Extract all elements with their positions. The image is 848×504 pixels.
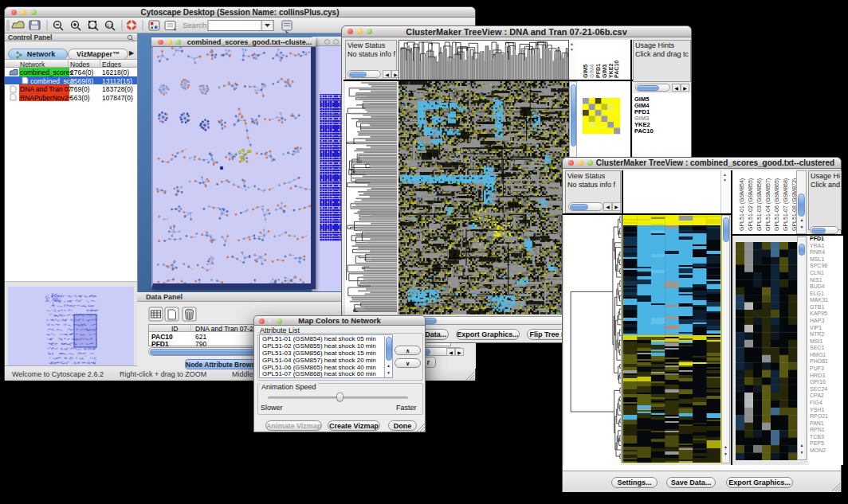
svg-text:Search:: Search: <box>183 21 209 29</box>
svg-text:1:1: 1:1 <box>107 23 113 28</box>
